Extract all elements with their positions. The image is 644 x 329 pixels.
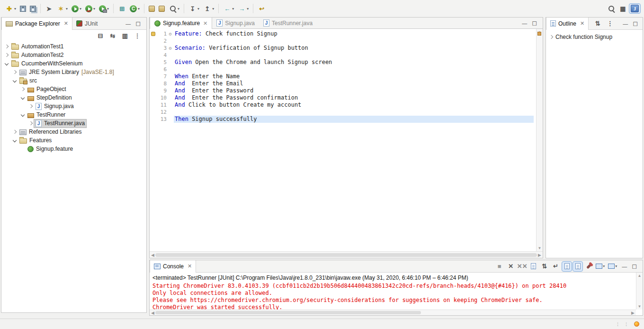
open-archive-button[interactable] <box>147 5 156 13</box>
scroll-right-icon[interactable]: ▶ <box>631 311 635 315</box>
expand-toggle[interactable] <box>19 88 26 91</box>
code-line-1[interactable]: 1⊖Feature: Check function Signup <box>150 30 536 37</box>
focus-button[interactable]: ▥ <box>121 31 129 40</box>
tree-item-features[interactable]: Features <box>1 136 146 145</box>
quick-access-search-button[interactable] <box>606 4 617 14</box>
code-text[interactable]: And Click to button Create my account <box>174 101 534 109</box>
maximize-button[interactable] <box>633 20 638 27</box>
tree-item-src[interactable]: src <box>1 76 146 85</box>
editor-vertical-scrollbar[interactable]: ▲ ▼ <box>536 29 543 251</box>
code-text[interactable]: And Enter the Password confirmation <box>174 94 534 101</box>
expand-toggle[interactable] <box>27 122 34 125</box>
scrollbar-thumb[interactable] <box>155 253 537 257</box>
sort-button[interactable]: ⇅ <box>593 19 602 28</box>
outline-view-menu-button[interactable]: ⋮ <box>606 19 614 28</box>
scrollbar-thumb[interactable] <box>155 311 421 314</box>
forward-button[interactable]: →▾ <box>236 4 250 14</box>
remove-launch-button[interactable]: ✕ <box>506 262 516 271</box>
expand-toggle[interactable] <box>3 45 10 48</box>
fold-collapse-icon[interactable]: ⊖ <box>167 45 174 52</box>
new-java-project-button[interactable]: ⊞ <box>116 4 127 14</box>
code-text[interactable]: And Enter the Password <box>174 87 534 94</box>
clear-console-button[interactable] <box>528 262 538 271</box>
tab-outline[interactable]: Outline✕ <box>546 18 589 30</box>
tree-item-pageobject[interactable]: PageObject <box>1 85 146 93</box>
save-all-button[interactable] <box>28 5 37 13</box>
overview-annotation-marker[interactable] <box>537 32 541 36</box>
tab-junit[interactable]: JUnit <box>72 18 101 30</box>
expand-toggle[interactable] <box>3 62 10 65</box>
console-vertical-scrollbar[interactable]: ▲ ▼ <box>636 273 643 310</box>
tree-item-signup-feature[interactable]: Signup.feature <box>1 145 146 153</box>
java-perspective-button[interactable]: J <box>629 4 640 13</box>
tree-item-automationtest1[interactable]: AutomationTest1 <box>1 42 146 51</box>
minimize-button[interactable] <box>622 264 627 269</box>
next-annotation-button[interactable]: ↧▾ <box>187 4 201 14</box>
code-line-8[interactable]: 8And Enter the Email <box>150 80 536 87</box>
console-output[interactable]: Starting ChromeDriver 83.0.4103.39 (ccbf… <box>150 282 636 310</box>
tree-item-cucumberwithselenium[interactable]: CucumberWithSelenium <box>1 59 146 68</box>
expand-toggle[interactable] <box>19 113 26 116</box>
outline-item-check-function-signup[interactable]: Check function Signup <box>546 30 643 40</box>
close-icon[interactable]: ✕ <box>580 20 584 27</box>
scroll-left-icon[interactable]: ◀ <box>151 253 154 257</box>
export-archive-button[interactable] <box>157 5 166 13</box>
tree-item-testrunner-java[interactable]: TestRunner.java <box>1 119 146 128</box>
selection-tool-button[interactable]: ➤ <box>44 4 54 14</box>
expand-toggle[interactable] <box>11 79 18 82</box>
pin-console-button[interactable] <box>584 262 593 271</box>
fold-collapse-icon[interactable]: ⊖ <box>167 30 174 37</box>
expand-toggle[interactable] <box>11 71 18 73</box>
tree-item-automationtest2[interactable]: AutomationTest2 <box>1 51 146 59</box>
collapse-all-button[interactable]: ⊟ <box>96 31 105 40</box>
scroll-lock-button[interactable]: ⇅ <box>539 262 549 271</box>
save-button[interactable] <box>18 5 27 13</box>
link-with-editor-button[interactable]: ⇆ <box>108 31 117 40</box>
editor-horizontal-scrollbar[interactable]: ◀ ▶ <box>150 251 543 258</box>
code-line-4[interactable]: 4 <box>150 52 536 59</box>
new-wizard-button[interactable]: ✶▾ <box>55 4 69 14</box>
code-line-5[interactable]: 5Given Open the Chrome and launch Signup… <box>150 59 536 66</box>
maximize-button[interactable] <box>135 20 141 27</box>
last-edit-location-button[interactable]: ↩ <box>256 4 267 14</box>
close-icon[interactable]: ✕ <box>203 20 207 27</box>
code-text[interactable]: Feature: Check function Signup <box>174 30 534 37</box>
back-button[interactable]: ←▾ <box>222 4 235 14</box>
word-wrap-button[interactable]: ↵ <box>551 262 561 271</box>
code-text[interactable]: When Enter the Name <box>174 73 534 80</box>
previous-annotation-button[interactable]: ↥▾ <box>202 4 215 14</box>
code-line-3[interactable]: 3⊖Scenario: Verification of Signup butto… <box>150 45 536 52</box>
code-line-2[interactable]: 2 <box>150 37 536 45</box>
console-horizontal-scrollbar[interactable]: ◀ ▶ <box>150 310 636 315</box>
scroll-up-icon[interactable]: ▲ <box>638 274 642 278</box>
code-line-13[interactable]: 13Then Signup successfully <box>150 116 536 123</box>
code-text[interactable]: Given Open the Chrome and launch Signup … <box>174 59 534 66</box>
close-icon[interactable]: ✕ <box>64 20 68 27</box>
open-perspective-button[interactable]: ▦ <box>617 4 628 14</box>
expand-toggle[interactable] <box>11 139 18 142</box>
new-button[interactable]: ✚▾ <box>4 4 18 14</box>
tab-signup-feature[interactable]: Signup.feature✕ <box>150 18 212 29</box>
tab-package-explorer[interactable]: Package Explorer✕ <box>1 18 72 30</box>
code-text[interactable]: Scenario: Verification of Signup button <box>174 45 534 52</box>
minimize-button[interactable] <box>125 21 131 27</box>
open-console-button[interactable]: ▾ <box>607 262 618 271</box>
tab-console[interactable]: Console✕ <box>150 260 196 273</box>
code-line-7[interactable]: 7When Enter the Name <box>150 73 536 80</box>
tree-item-jre-system-library[interactable]: JRE System Library [JavaSE-1.8] <box>1 68 146 76</box>
scroll-left-icon[interactable]: ◀ <box>151 311 154 315</box>
tree-item-referenced-libraries[interactable]: Referenced Libraries <box>1 128 146 136</box>
show-console-stderr-button[interactable] <box>573 262 582 271</box>
terminate-button[interactable]: ■ <box>494 262 504 271</box>
notification-icon[interactable] <box>634 321 639 327</box>
tab-signup-java[interactable]: Signup.java <box>212 18 259 29</box>
tree-item-signup-java[interactable]: Signup.java <box>1 102 146 110</box>
code-line-10[interactable]: 10And Enter the Password confirmation <box>150 94 536 101</box>
run-button[interactable]: ▾ <box>70 4 83 13</box>
maximize-button[interactable] <box>632 263 637 270</box>
tree-item-testrunner[interactable]: TestRunner <box>1 110 146 119</box>
external-tools-button[interactable]: ▾ <box>98 4 110 13</box>
expand-toggle[interactable] <box>3 54 10 56</box>
minimize-button[interactable] <box>522 20 527 26</box>
tab-testrunner-java[interactable]: TestRunner.java <box>259 18 317 29</box>
